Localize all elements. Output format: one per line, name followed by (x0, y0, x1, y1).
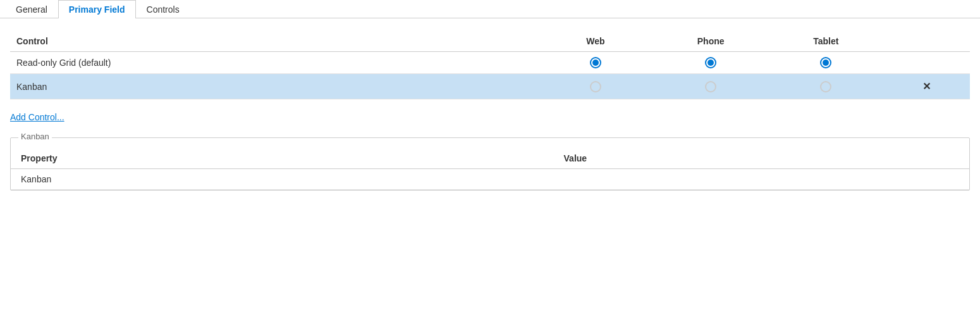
tab-controls[interactable]: Controls (136, 0, 190, 18)
delete-kanban-cell[interactable]: ✕ (883, 74, 970, 99)
tab-primary-field[interactable]: Primary Field (58, 0, 136, 18)
kanban-section: Kanban Property Value Kanban (10, 137, 970, 191)
property-header: Property (11, 148, 554, 169)
property-name: Kanban (11, 169, 554, 190)
radio-web-kanban[interactable] (538, 74, 653, 99)
control-name-kanban: Kanban (10, 74, 538, 99)
radio-phone-readonly[interactable] (653, 52, 768, 74)
delete-kanban-button[interactable]: ✕ (919, 79, 934, 94)
main-content: Control Web Phone Tablet Read-only Grid … (0, 18, 980, 203)
property-value (554, 169, 969, 190)
controls-table: Control Web Phone Tablet Read-only Grid … (10, 31, 970, 99)
value-header: Value (554, 148, 969, 169)
header-tablet: Tablet (768, 31, 883, 52)
radio-phone-kanban[interactable] (653, 74, 768, 99)
header-control: Control (10, 31, 538, 52)
header-web: Web (538, 31, 653, 52)
radio-button-tablet-readonly[interactable] (820, 57, 831, 68)
add-control-link[interactable]: Add Control... (10, 112, 64, 122)
radio-web-readonly[interactable] (538, 52, 653, 74)
table-row: Read-only Grid (default) (10, 52, 970, 74)
kanban-section-label: Kanban (18, 132, 52, 141)
header-action (883, 31, 970, 52)
radio-tablet-kanban[interactable] (768, 74, 883, 99)
radio-button-phone-readonly[interactable] (705, 57, 716, 68)
header-phone: Phone (653, 31, 768, 52)
control-name-readonly: Read-only Grid (default) (10, 52, 538, 74)
action-readonly (883, 52, 970, 74)
radio-button-tablet-kanban[interactable] (820, 81, 831, 92)
radio-button-web-readonly[interactable] (590, 57, 601, 68)
properties-table: Property Value Kanban (11, 148, 969, 190)
radio-tablet-readonly[interactable] (768, 52, 883, 74)
property-row: Kanban (11, 169, 969, 190)
radio-button-phone-kanban[interactable] (705, 81, 716, 92)
table-row-kanban: Kanban ✕ (10, 74, 970, 99)
tab-bar: General Primary Field Controls (0, 0, 980, 18)
tab-general[interactable]: General (5, 0, 58, 18)
radio-button-web-kanban[interactable] (590, 81, 601, 92)
